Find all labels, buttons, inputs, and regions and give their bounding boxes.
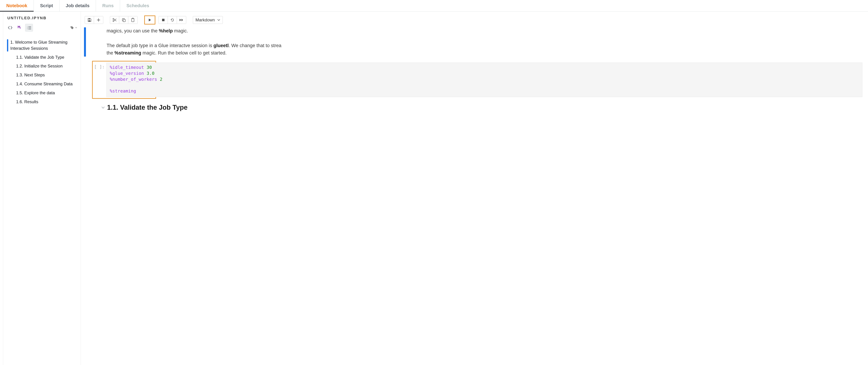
save-button[interactable] — [85, 16, 94, 24]
collapse-toggle[interactable] — [101, 106, 105, 109]
section-heading-row: 1.1. Validate the Job Type — [84, 104, 868, 111]
svg-text:3: 3 — [27, 29, 28, 29]
svg-rect-12 — [123, 19, 125, 22]
view-toggles: 1 2 3 — [6, 24, 78, 31]
svg-rect-15 — [162, 19, 164, 21]
svg-text:2: 2 — [27, 27, 28, 29]
toc-item-1-6[interactable]: 1.6. Results — [6, 97, 78, 106]
paste-button[interactable] — [128, 16, 137, 24]
svg-rect-14 — [132, 18, 133, 19]
cell-type-value: Markdown — [195, 18, 215, 22]
kernel-group — [159, 16, 186, 24]
clipboard-group — [110, 16, 137, 24]
tab-runs: Runs — [96, 0, 120, 11]
left-gutter — [0, 11, 3, 365]
markdown-icon — [18, 25, 22, 30]
run-button-highlight — [144, 16, 155, 25]
numbered-list-icon: 1 2 3 — [27, 26, 31, 29]
toc-item-1-2[interactable]: 1.2. Initialize the Session — [6, 62, 78, 71]
svg-rect-7 — [89, 20, 90, 21]
file-group — [85, 16, 103, 24]
toc-active-bar — [7, 39, 8, 52]
code-body[interactable]: %idle_timeout 30 %glue_version 3.0 %numb… — [106, 62, 862, 97]
svg-point-6 — [71, 27, 71, 27]
toc-item-1-4[interactable]: 1.4. Consume Streaming Data — [6, 80, 78, 88]
copy-button[interactable] — [119, 16, 128, 24]
cell-active-bar — [84, 27, 86, 57]
tab-notebook[interactable]: Notebook — [0, 0, 34, 11]
code-view-button[interactable] — [6, 24, 14, 31]
restart-button[interactable] — [168, 16, 177, 24]
stop-button[interactable] — [159, 16, 168, 24]
play-icon — [148, 19, 151, 22]
code-prompt: [ ]: — [93, 62, 106, 97]
tag-menu-button[interactable] — [70, 24, 78, 31]
notebook-toolbar: Markdown — [84, 15, 868, 27]
scissors-icon — [113, 18, 117, 22]
svg-point-9 — [113, 21, 114, 22]
toc-item-1-1[interactable]: 1.1. Validate the Job Type — [6, 53, 78, 62]
copy-icon — [122, 18, 126, 22]
svg-rect-8 — [89, 19, 90, 20]
caret-down-icon — [75, 27, 77, 28]
run-all-button[interactable] — [177, 16, 186, 24]
tab-job-details[interactable]: Job details — [60, 0, 96, 11]
code-cell-highlight: [ ]: %idle_timeout 30 %glue_version 3.0 … — [92, 61, 156, 99]
save-icon — [88, 18, 91, 22]
toc-item-1-5[interactable]: 1.5. Explore the data — [6, 88, 78, 97]
toc-view-button[interactable]: 1 2 3 — [25, 24, 33, 31]
toc-item-1[interactable]: 1. Welcome to Glue Streaming Interactive… — [6, 38, 78, 53]
tab-schedules: Schedules — [120, 0, 155, 11]
toc-item-1-3[interactable]: 1.3. Next Steps — [6, 71, 78, 80]
code-cell[interactable]: [ ]: %idle_timeout 30 %glue_version 3.0 … — [93, 62, 155, 97]
fast-forward-icon — [179, 19, 184, 21]
markdown-cell[interactable]: magics, you can use the %help magic. The… — [84, 27, 868, 57]
svg-text:1: 1 — [27, 26, 28, 27]
chevron-down-icon — [217, 19, 220, 21]
section-heading: 1.1. Validate the Job Type — [107, 104, 188, 111]
sidebar: UNTITLED.IPYNB 1 2 3 — [3, 11, 81, 365]
toc: 1. Welcome to Glue Streaming Interactive… — [6, 36, 78, 106]
cell-type-select[interactable]: Markdown — [193, 16, 223, 24]
run-button[interactable] — [145, 16, 155, 24]
plus-icon — [97, 18, 100, 22]
markdown-view-button[interactable] — [16, 24, 24, 31]
notebook-content: Markdown magics, you can use the %help m… — [81, 11, 868, 365]
stop-icon — [162, 19, 165, 21]
svg-point-10 — [113, 19, 114, 20]
clipboard-icon — [131, 18, 134, 22]
tag-icon — [70, 26, 74, 29]
top-tabs: Notebook Script Job details Runs Schedul… — [0, 0, 868, 11]
reload-icon — [170, 18, 174, 22]
cut-button[interactable] — [110, 16, 119, 24]
add-cell-button[interactable] — [94, 16, 103, 24]
code-icon — [8, 26, 12, 29]
markdown-text: magics, you can use the %help magic. The… — [106, 27, 285, 57]
tab-script[interactable]: Script — [34, 0, 60, 11]
chevron-down-icon — [101, 106, 105, 109]
filename: UNTITLED.IPYNB — [6, 16, 78, 20]
